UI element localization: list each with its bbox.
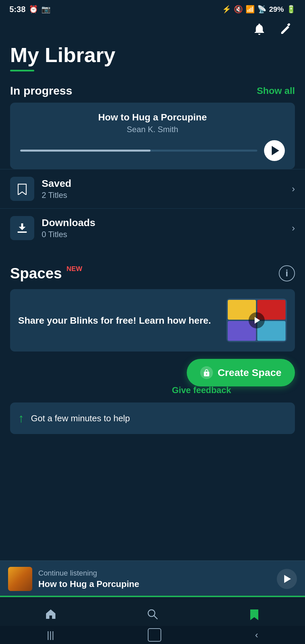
help-card[interactable]: ↑ Got a few minutes to help [10,402,295,434]
downloads-text: Downloads 0 Titles [42,217,292,239]
show-all-button[interactable]: Show all [257,86,295,96]
play-button[interactable] [264,140,285,161]
home-icon [45,608,57,623]
notification-button[interactable] [251,20,268,38]
share-blinks-card[interactable]: Share your Blinks for free! Learn how he… [10,289,295,352]
in-progress-header: In progress Show all [0,75,305,103]
progress-bar-container [20,150,257,152]
mini-book-cover [8,567,32,591]
mini-player[interactable]: Continue listening How to Hug a Porcupin… [0,560,305,597]
mini-play-icon [284,575,291,583]
saved-text: Saved 2 Titles [42,178,292,200]
page-title-section: My Library [0,38,305,75]
saved-chevron-icon: › [292,183,295,194]
page-title: My Library [10,44,295,66]
share-play-overlay [249,312,265,328]
page-title-underline [10,70,34,71]
in-progress-title: In progress [10,84,72,97]
svg-rect-0 [17,231,27,233]
spaces-title: Spaces [10,265,62,282]
in-progress-card[interactable]: How to Hug a Porcupine Sean K. Smith [10,103,295,169]
arrow-up-icon: ↑ [18,411,24,425]
mini-cover-inner [8,567,32,591]
signal-icon: 📡 [257,5,266,14]
help-text: Got a few minutes to help [31,413,130,424]
wifi-icon: 📶 [246,5,255,14]
system-bar: ||| ‹ [0,626,305,644]
status-right: ⚡ 🔇 📶 📡 29% 🔋 [222,5,296,14]
bookmark-icon [248,608,260,623]
svg-point-1 [148,610,155,616]
mini-player-info: Continue listening How to Hug a Porcupin… [38,569,271,589]
mini-player-title: How to Hug a Porcupine [38,579,271,589]
camera-icon: 📷 [41,5,50,14]
alarm-icon: ⏰ [29,5,38,14]
share-blinks-image [226,299,287,342]
search-icon [146,608,159,623]
saved-title: Saved [42,178,292,189]
info-button[interactable]: i [279,265,295,281]
downloads-chevron-icon: › [292,223,295,233]
play-triangle-icon [272,146,279,155]
bluetooth-icon: ⚡ [222,5,231,14]
saved-item[interactable]: Saved 2 Titles › [0,169,305,208]
saved-icon-box [10,177,34,201]
mini-continue-label: Continue listening [38,569,271,578]
saved-subtitle: 2 Titles [42,191,292,200]
share-blinks-text: Share your Blinks for free! Learn how he… [18,314,221,327]
create-space-label: Create Space [218,367,281,378]
new-badge: NEW [67,265,82,273]
share-play-icon [255,317,260,324]
book-title: How to Hug a Porcupine [20,112,285,123]
floating-wrapper: Create Space Give feedback [0,356,305,396]
give-feedback-button[interactable]: Give feedback [172,382,292,395]
battery-text: 29% [269,5,284,14]
status-time: 5:38 [9,5,26,14]
status-bar: 5:38 ⏰ 📷 ⚡ 🔇 📶 📡 29% 🔋 [0,0,305,17]
progress-bar-fill [20,150,150,152]
mini-play-button[interactable] [277,569,297,589]
downloads-subtitle: 0 Titles [42,230,292,239]
downloads-title: Downloads [42,217,292,228]
downloads-item[interactable]: Downloads 0 Titles › [0,208,305,248]
battery-icon: 🔋 [287,5,296,14]
home-button[interactable] [148,628,161,642]
header-icons [0,17,305,38]
mute-icon: 🔇 [234,5,243,14]
svg-line-2 [154,616,157,619]
status-left: 5:38 ⏰ 📷 [9,5,50,14]
edit-button[interactable] [277,20,295,38]
downloads-icon-box [10,216,34,240]
spaces-header: Spaces NEW i [0,254,305,285]
recents-button[interactable]: ‹ [255,630,258,640]
progress-row [20,140,285,161]
lock-icon [200,366,213,379]
back-button[interactable]: ||| [47,630,54,640]
book-author: Sean K. Smith [20,125,285,134]
